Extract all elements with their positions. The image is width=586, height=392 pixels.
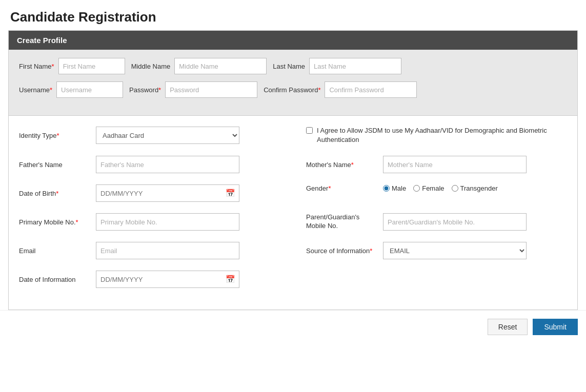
password-group: Password* [129,81,257,98]
username-input[interactable] [56,81,123,98]
gender-transgender-radio[interactable] [452,185,458,192]
last-name-group: Last Name [273,58,401,74]
guardian-mobile-input[interactable] [383,213,527,231]
first-name-input[interactable] [58,58,125,74]
email-source-row: Email Source of Information* EMAIL SMS N… [19,242,567,259]
father-name-input[interactable] [96,156,239,173]
email-label: Email [19,247,91,255]
middle-name-label: Middle Name [131,63,171,70]
name-row: First Name* Middle Name Last Name [19,58,567,74]
last-name-label: Last Name [273,63,305,70]
aadhaar-consent-checkbox[interactable] [306,127,313,134]
identity-type-label: Identity Type* [19,132,91,139]
first-name-label: First Name* [19,63,54,70]
gender-transgender-label: Transgender [460,184,498,192]
dob-label: Date of Birth* [19,190,91,197]
source-col: Source of Information* EMAIL SMS Newspap… [306,242,567,259]
aadhaar-consent-area: I Agree to Allow JSDM to use My Aadhaar/… [306,126,567,145]
confirm-password-label: Confirm Password* [264,86,320,94]
primary-mobile-col: Primary Mobile No.* [19,213,306,231]
password-input[interactable] [165,81,257,98]
parents-name-row: Father's Name Mother's Name* [19,156,567,173]
source-select[interactable]: EMAIL SMS Newspaper Friend Other [383,242,527,259]
father-name-col: Father's Name [19,156,306,173]
identity-type-row: Identity Type* Aadhaar Card PAN Card Vot… [19,126,567,145]
identity-type-select[interactable]: Aadhaar Card PAN Card Voter ID Passport … [96,127,239,144]
body-section: Identity Type* Aadhaar Card PAN Card Vot… [9,116,577,310]
credentials-row: Username* Password* Confirm Password* [19,81,567,98]
father-name-label: Father's Name [19,161,91,169]
first-name-group: First Name* [19,58,125,74]
gender-male-label: Male [392,184,406,192]
reset-button[interactable]: Reset [488,319,528,335]
gender-label: Gender* [306,184,378,192]
gender-transgender-option[interactable]: Transgender [452,184,498,192]
footer-buttons: Reset Submit [0,310,586,343]
mother-name-label: Mother's Name* [306,161,378,169]
doi-wrapper: 📅 [96,271,239,288]
profile-form-section: First Name* Middle Name Last Name Userna… [9,50,577,116]
guardian-mobile-label: Parent/Guardian's Mobile No. [306,213,378,231]
primary-mobile-input[interactable] [96,213,239,231]
gender-female-label: Female [422,184,444,192]
gender-options-group: Male Female Transgender [383,184,498,192]
submit-button[interactable]: Submit [533,319,578,335]
password-label: Password* [129,86,161,94]
gender-male-option[interactable]: Male [383,184,406,192]
username-group: Username* [19,81,123,98]
middle-name-group: Middle Name [131,58,267,74]
confirm-password-group: Confirm Password* [264,81,417,98]
doi-label: Date of Information [19,276,91,283]
middle-name-input[interactable] [174,58,267,74]
page-title: Candidate Registration [0,0,586,30]
confirm-password-input[interactable] [325,81,417,98]
gender-col: Gender* Male Female Transgender [306,184,567,192]
dob-col: Date of Birth* 📅 [19,184,306,202]
doi-col: Date of Information 📅 [19,271,306,288]
gender-female-radio[interactable] [413,185,420,192]
dob-input[interactable] [96,184,239,202]
guardian-mobile-col: Parent/Guardian's Mobile No. [306,213,567,231]
create-profile-header: Create Profile [9,31,577,50]
gender-female-option[interactable]: Female [413,184,444,192]
primary-mobile-label: Primary Mobile No.* [19,218,91,226]
aadhaar-consent-text: I Agree to Allow JSDM to use My Aadhaar/… [317,126,562,145]
doi-input[interactable] [96,271,239,288]
source-label: Source of Information* [306,247,378,255]
mother-name-col: Mother's Name* [306,156,567,173]
dob-gender-row: Date of Birth* 📅 Gender* Male [19,184,567,202]
email-col: Email [19,242,306,259]
gender-male-radio[interactable] [383,185,390,192]
doi-row: Date of Information 📅 [19,271,567,288]
last-name-input[interactable] [309,58,401,74]
dob-wrapper: 📅 [96,184,239,202]
main-container: Create Profile First Name* Middle Name L… [8,30,578,310]
email-input[interactable] [96,242,239,259]
mother-name-input[interactable] [383,156,527,173]
mobile-row: Primary Mobile No.* Parent/Guardian's Mo… [19,213,567,231]
username-label: Username* [19,86,52,94]
identity-left: Identity Type* Aadhaar Card PAN Card Vot… [19,127,306,144]
